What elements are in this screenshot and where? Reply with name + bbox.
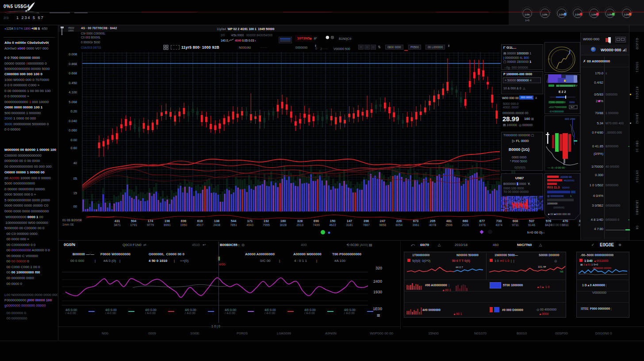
svg-text:3961: 3961 [412,223,419,227]
svg-text:00 0000000000 7 7: 00 0000000000 7 7 [556,84,577,87]
svg-text:192: 192 [264,219,269,223]
svg-text:–0 4 5000000: –0 4 5000000 [549,110,564,113]
svg-text:147: 147 [347,219,353,223]
svg-text:196: 196 [165,219,170,223]
svg-text:6054: 6054 [395,223,402,227]
svg-text:C000–0000000: C000–0000000 [549,101,566,104]
svg-text:247: 247 [380,219,386,223]
svg-text:396: 396 [364,219,369,223]
svg-text:3028: 3028 [280,223,287,227]
svg-text:▥ 000000000: ▥ 000000000 [547,195,564,197]
svg-text:4622: 4622 [329,223,336,227]
svg-text:R03 11.3: R03 11.3 [547,186,560,189]
svg-text:6146: 6146 [528,223,535,227]
svg-text:431: 431 [115,219,120,223]
svg-text:1976: 1976 [479,223,486,227]
svg-text:2408: 2408 [213,223,220,227]
svg-text:▤ 2▲31 1 5×0: ▤ 2▲31 1 5×0 [580,263,598,266]
svg-text:(0000000): (0000000) [553,206,564,209]
svg-text:4078: 4078 [429,223,436,227]
svg-text:000 4 00: 000 4 00 [565,118,575,120]
svg-text:m: m [548,58,550,60]
svg-text:1:0%: 1:0% [624,13,629,16]
svg-text:0000: 0000 [569,101,575,104]
svg-text:1:0%: 1:0% [591,13,597,16]
svg-text:1950: 1950 [180,223,187,227]
svg-text:2028: 2028 [462,223,469,227]
svg-text:696: 696 [181,219,187,223]
svg-text:205: 205 [430,219,436,223]
svg-text:171: 171 [247,219,253,223]
svg-text:101.4#: 101.4# [538,265,546,268]
svg-text:2013: 2013 [296,223,303,227]
svg-text:◦— 0—0◦00 00 ◦: ◦— 0—0◦00 00 ◦ [547,166,566,169]
svg-text:660: 660 [463,219,468,223]
svg-text:6991: 6991 [164,223,171,227]
svg-text:504: 504 [131,219,137,223]
svg-text:619: 619 [197,219,203,223]
svg-text:1mm 0E: 1mm 0E [62,223,74,226]
svg-text:677: 677 [479,219,485,223]
svg-text:160: 160 [280,219,286,223]
svg-text:5×7: 5×7 [571,106,575,108]
svg-text:7867: 7867 [363,223,370,227]
svg-text:9858: 9858 [379,223,386,227]
svg-text:608: 608 [513,219,518,223]
svg-text:7499: 7499 [313,223,320,227]
svg-text:150: 150 [330,219,336,223]
svg-text:A0000 00: A0000 00 [560,176,572,178]
svg-text:1791: 1791 [130,223,137,227]
svg-text:2596: 2596 [445,223,452,227]
svg-text:544: 544 [231,219,237,223]
svg-text:673: 673 [413,219,419,223]
svg-text:01 0S 8/20/08: 01 0S 8/20/08 [62,219,82,222]
svg-text:690: 690 [314,219,319,223]
svg-text:4374: 4374 [495,223,502,227]
svg-text:00000: 00000 [562,186,570,189]
svg-text:3181: 3181 [346,223,353,227]
svg-text:h=0 00 0)--: h=0 00 0)-- [527,230,545,234]
svg-text:1=5: 1=5 [525,19,530,22]
svg-text:733: 733 [496,219,502,223]
svg-text:138: 138 [214,219,220,223]
svg-text:3471: 3471 [114,223,121,227]
svg-text:174: 174 [148,219,153,223]
svg-text:0000000 00000: 0000000 00000 [593,267,611,269]
svg-text:1:0%: 1:0% [525,13,530,16]
svg-text:1:0%: 1:0% [559,13,564,16]
svg-text:■ 00 ■0000 000 00: ■ 00 ■0000 000 00 [548,213,571,215]
svg-text:4943: 4943 [246,223,253,227]
svg-text:9779: 9779 [147,223,154,227]
svg-text:328: 328 [297,219,303,223]
svg-text:1:0%: 1:0% [575,13,580,16]
svg-text:44 0 7: 44 0 7 [456,266,463,269]
svg-text:1:0%: 1:0% [542,13,548,16]
svg-text:E 2 2: E 2 2 [559,90,566,93]
svg-text:481: 481 [446,219,452,223]
svg-text:7851: 7851 [230,223,237,227]
svg-text:9711: 9711 [512,223,518,227]
svg-text:1000000: 1000000 [547,202,558,205]
svg-text:+0.0 T00000000: +0.0 T00000000 [549,106,567,108]
svg-text:7955: 7955 [263,223,270,227]
svg-text:220: 220 [396,219,402,223]
svg-text:4517: 4517 [196,223,203,227]
svg-text:1:0%: 1:0% [607,13,613,16]
svg-text:1: 1 [570,195,572,197]
svg-text:#000000: #000000 [564,179,575,182]
svg-text:537: 537 [529,219,535,223]
svg-text:N5: N5 [560,270,564,273]
